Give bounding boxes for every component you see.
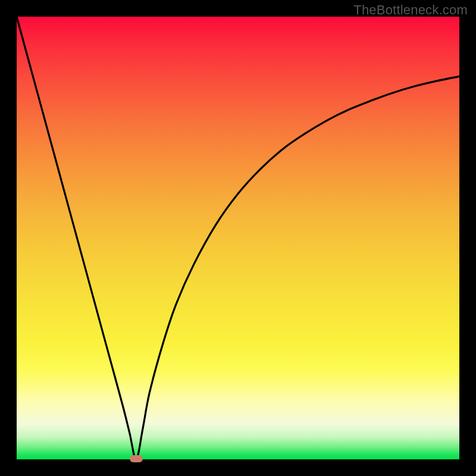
chart-frame: TheBottleneck.com bbox=[0, 0, 476, 476]
bottleneck-curve bbox=[17, 17, 459, 459]
plot-area bbox=[17, 17, 459, 459]
min-marker bbox=[130, 455, 143, 462]
watermark-text: TheBottleneck.com bbox=[353, 2, 468, 18]
